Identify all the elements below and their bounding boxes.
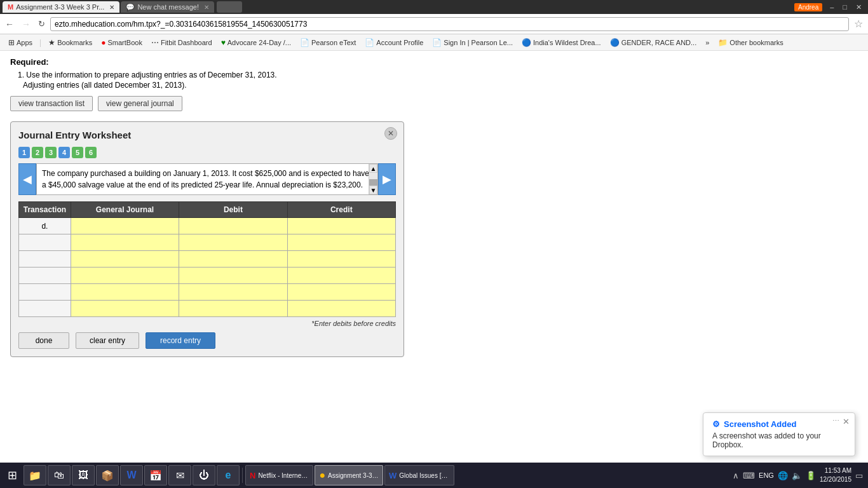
- row2-journal-input[interactable]: [71, 234, 179, 250]
- taskbar-calendar[interactable]: 📅: [144, 465, 167, 485]
- bm-account-profile[interactable]: 📄Account Profile: [362, 37, 426, 48]
- view-journal-button[interactable]: view general journal: [98, 96, 182, 111]
- row5-journal-input[interactable]: [71, 284, 179, 300]
- notification-options-icon[interactable]: ⋯: [832, 417, 839, 425]
- badge-4[interactable]: 4: [58, 147, 70, 158]
- refresh-button[interactable]: ↻: [36, 18, 48, 30]
- bm-sign-in[interactable]: 📄Sign In | Pearson Le...: [429, 37, 516, 48]
- bm-more[interactable]: »: [702, 37, 712, 48]
- row2-debit[interactable]: [179, 234, 287, 251]
- row1-journal[interactable]: [71, 218, 179, 234]
- row4-credit-input[interactable]: [288, 268, 395, 283]
- row1-debit[interactable]: [179, 218, 287, 234]
- row6-journal[interactable]: [71, 301, 179, 317]
- bm-smartbook[interactable]: ●SmartBook: [98, 37, 146, 48]
- view-transaction-button[interactable]: view transaction list: [10, 96, 93, 111]
- taskbar-chrome-assignment[interactable]: ● Assignment 3-3 ...: [315, 465, 383, 485]
- forward-button[interactable]: →: [19, 18, 33, 30]
- url-input[interactable]: [50, 17, 849, 31]
- taskbar-netflix[interactable]: N Netflix - Internet E...: [245, 465, 313, 485]
- tab2-close[interactable]: ✕: [204, 4, 209, 11]
- taskbar-word-global[interactable]: W Global Issues [Co...: [384, 465, 454, 485]
- record-entry-button[interactable]: record entry: [146, 332, 215, 349]
- taskbar-mail[interactable]: ✉: [168, 465, 191, 485]
- taskbar-word[interactable]: W: [120, 465, 143, 485]
- taskbar-photos[interactable]: 🖼: [72, 465, 95, 485]
- volume-icon[interactable]: 🔈: [792, 471, 802, 480]
- scroll-down[interactable]: ▼: [369, 186, 377, 194]
- modal-close-button[interactable]: ✕: [384, 127, 397, 140]
- bm-bookmarks[interactable]: ★Bookmarks: [45, 37, 95, 48]
- back-button[interactable]: ←: [3, 18, 17, 30]
- badge-6[interactable]: 6: [85, 147, 97, 158]
- system-clock[interactable]: 11:53 AM 12/20/2015: [820, 466, 851, 484]
- bm-apps[interactable]: ⊞Apps: [5, 37, 36, 48]
- row1-journal-input[interactable]: [71, 218, 179, 234]
- row5-credit-input[interactable]: [288, 284, 395, 300]
- row3-debit-input[interactable]: [179, 251, 287, 267]
- row5-debit-input[interactable]: [179, 284, 287, 300]
- row3-credit-input[interactable]: [288, 251, 395, 267]
- badge-2[interactable]: 2: [32, 147, 43, 158]
- row6-credit-input[interactable]: [288, 301, 395, 316]
- taskbar-amazon[interactable]: 📦: [96, 465, 119, 485]
- show-desktop-button[interactable]: ▭: [855, 471, 863, 480]
- badge-1[interactable]: 1: [18, 147, 30, 158]
- done-button[interactable]: done: [18, 332, 69, 349]
- row3-journal-input[interactable]: [71, 251, 179, 267]
- row4-journal[interactable]: [71, 268, 179, 284]
- taskbar-power[interactable]: ⏻: [193, 465, 215, 485]
- bm-fitbit[interactable]: ⋯Fitbit Dashboard: [148, 37, 215, 48]
- taskbar-file-explorer[interactable]: 📁: [24, 465, 46, 485]
- row6-journal-input[interactable]: [71, 301, 179, 316]
- browser-tab-1[interactable]: M Assignment 3-3 Week 3 Pr... ✕: [3, 1, 119, 13]
- row5-journal[interactable]: [71, 284, 179, 301]
- row2-credit[interactable]: [287, 234, 395, 251]
- browser-tab-2[interactable]: 💬 New chat message! ✕: [121, 1, 214, 13]
- start-button[interactable]: ⊞: [3, 466, 22, 485]
- bm-india[interactable]: 🔵India's Wildest Drea...: [519, 37, 604, 48]
- row2-credit-input[interactable]: [288, 234, 395, 250]
- minimize-button[interactable]: –: [826, 2, 837, 12]
- keyboard-icon[interactable]: ⌨: [743, 471, 755, 480]
- row4-credit[interactable]: [287, 268, 395, 284]
- next-arrow[interactable]: ▶: [378, 163, 396, 195]
- badge-5[interactable]: 5: [72, 147, 83, 158]
- row5-credit[interactable]: [287, 284, 395, 301]
- scroll-thumb[interactable]: [369, 179, 377, 186]
- bm-advocare[interactable]: ♥Advocare 24-Day /...: [218, 37, 294, 48]
- row3-debit[interactable]: [179, 251, 287, 268]
- row3-credit[interactable]: [287, 251, 395, 268]
- close-button[interactable]: ✕: [852, 2, 865, 13]
- badge-3[interactable]: 3: [45, 147, 57, 158]
- clear-entry-button[interactable]: clear entry: [76, 332, 139, 349]
- bm-pearson-etext[interactable]: 📄Pearson eText: [297, 37, 359, 48]
- row1-debit-input[interactable]: [179, 218, 287, 234]
- row4-journal-input[interactable]: [71, 268, 179, 283]
- row4-debit-input[interactable]: [179, 268, 287, 283]
- row2-debit-input[interactable]: [179, 234, 287, 250]
- network-icon[interactable]: 🌐: [778, 471, 788, 480]
- battery-icon[interactable]: 🔋: [806, 471, 816, 480]
- row1-credit[interactable]: [287, 218, 395, 234]
- row6-credit[interactable]: [287, 301, 395, 317]
- taskbar-ie[interactable]: e: [217, 465, 240, 485]
- bookmark-star[interactable]: ☆: [851, 17, 865, 31]
- row6-debit[interactable]: [179, 301, 287, 317]
- row4-debit[interactable]: [179, 268, 287, 284]
- row1-credit-input[interactable]: [288, 218, 395, 234]
- bm-other[interactable]: 📁Other bookmarks: [715, 37, 786, 48]
- up-arrow-icon[interactable]: ∧: [733, 471, 739, 480]
- notification-close-icon[interactable]: ✕: [843, 417, 850, 426]
- language-button[interactable]: ENG: [759, 471, 774, 479]
- scroll-up[interactable]: ▲: [369, 164, 377, 173]
- row3-journal[interactable]: [71, 251, 179, 268]
- prev-arrow[interactable]: ◀: [18, 163, 36, 195]
- row2-journal[interactable]: [71, 234, 179, 251]
- bm-gender[interactable]: 🔵GENDER, RACE AND...: [607, 37, 700, 48]
- row5-debit[interactable]: [179, 284, 287, 301]
- maximize-button[interactable]: □: [839, 2, 851, 12]
- row6-debit-input[interactable]: [179, 301, 287, 316]
- tab1-close[interactable]: ✕: [109, 4, 114, 11]
- taskbar-store[interactable]: 🛍: [48, 465, 71, 485]
